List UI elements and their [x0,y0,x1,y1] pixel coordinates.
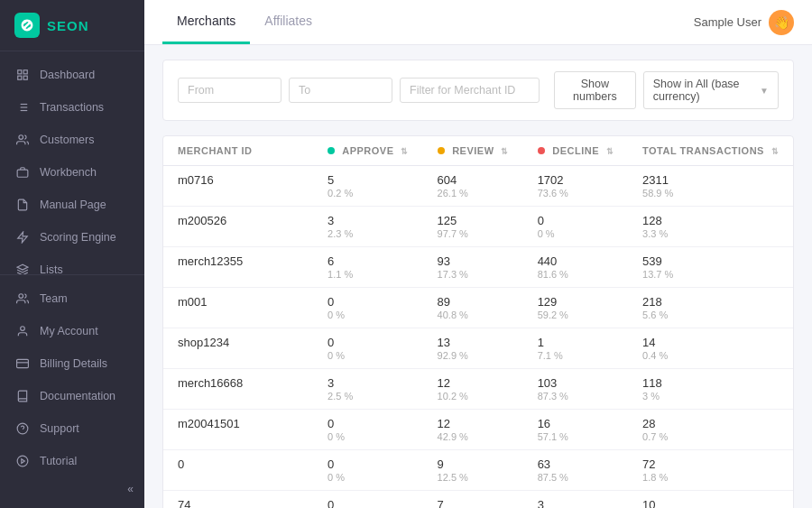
book-icon [14,388,31,404]
sidebar-item-manual-page[interactable]: Manual Page [0,189,144,221]
cell-approve: 0 0 % [313,328,423,369]
merchants-table-container: MERCHANT ID APPROVE ⇅ REVIEW ⇅ [162,135,794,508]
table-row[interactable]: m200526 3 2.3 % 125 97.7 % 0 0 % 128 3.3… [163,207,793,247]
cell-decline: 1 7.1 % [523,328,628,369]
sidebar-item-billing[interactable]: Billing Details [0,347,144,380]
cell-total: 539 13.7 % [628,247,793,288]
table-row[interactable]: merch12355 6 1.1 % 93 17.3 % 440 81.6 % … [163,247,793,288]
cell-total: 118 3 % [628,369,793,410]
cell-approve: 0 0 % [313,288,423,328]
table-body: m0716 5 0.2 % 604 26.1 % 1702 73.6 % 231… [163,166,793,509]
table-row[interactable]: m0716 5 0.2 % 604 26.1 % 1702 73.6 % 231… [163,166,793,207]
dropdown-arrow-icon: ▼ [760,86,769,96]
sidebar-item-workbench[interactable]: Workbench [0,156,144,189]
merchant-id-input[interactable] [400,78,540,103]
svg-rect-2 [18,76,22,79]
svg-rect-11 [17,170,28,177]
cell-review: 604 26.1 % [423,166,523,207]
sidebar-item-label: Tutorial [40,455,77,467]
cell-total: 218 5.6 % [628,288,793,328]
table-row[interactable]: m20041501 0 0 % 12 42.9 % 16 57.1 % 28 0… [163,410,793,450]
sidebar-item-label: My Account [40,325,98,337]
svg-point-16 [19,294,23,299]
sidebar-item-customers[interactable]: Customers [0,124,144,156]
cell-review: 93 17.3 % [423,247,523,288]
tab-affiliates[interactable]: Affiliates [250,0,327,44]
tab-merchants[interactable]: Merchants [162,0,250,44]
cell-decline: 129 59.2 % [523,288,628,328]
credit-card-icon [14,356,31,372]
cell-review: 125 97.7 % [423,207,523,247]
cell-approve: 0 0 % [313,410,423,450]
play-circle-icon [14,453,31,469]
to-input[interactable] [289,78,392,103]
cell-merchant-id: m0716 [163,166,313,207]
col-approve[interactable]: APPROVE ⇅ [313,136,423,166]
from-input[interactable] [178,78,281,103]
layers-icon [14,262,31,274]
table-row[interactable]: merch16668 3 2.5 % 12 10.2 % 103 87.3 % … [163,369,793,410]
sidebar-item-lists[interactable]: Lists [0,254,144,274]
cell-decline: 440 81.6 % [523,247,628,288]
users-icon [14,132,31,148]
sidebar-item-support[interactable]: Support [0,412,144,445]
svg-rect-18 [17,359,29,367]
zap-icon [14,229,31,245]
cell-approve: 5 0.2 % [313,166,423,207]
cell-approve: 6 1.1 % [313,247,423,288]
cell-approve: 3 2.3 % [313,207,423,247]
sidebar-item-label: Scoring Engine [40,231,116,244]
cell-merchant-id: 0 [163,450,313,491]
cell-merchant-id: shop1234 [163,328,313,369]
sidebar-item-scoring-engine[interactable]: Scoring Engine [0,221,144,254]
collapse-button[interactable]: « [127,483,134,495]
cell-decline: 0 0 % [523,207,628,247]
col-total[interactable]: TOTAL TRANSACTIONS ⇅ [628,136,793,166]
cell-total: 10 0.3 % [628,491,793,509]
cell-total: 72 1.8 % [628,450,793,491]
sidebar-item-dashboard[interactable]: Dashboard [0,59,144,91]
content-area: Show numbers Show in All (base currency)… [144,45,812,508]
merchants-table: MERCHANT ID APPROVE ⇅ REVIEW ⇅ [163,136,793,508]
approve-dot [328,147,335,154]
sidebar-bottom: Team My Account Billing Details Document… [0,274,144,508]
svg-point-10 [19,135,23,140]
table-row[interactable]: m001 0 0 % 89 40.8 % 129 59.2 % 218 5.6 … [163,288,793,328]
sort-decline-icon: ⇅ [606,147,614,156]
table-row[interactable]: 0 0 0 % 9 12.5 % 63 87.5 % 72 1.8 % [163,450,793,491]
topbar: Merchants Affiliates Sample User 👋 [144,0,812,45]
sidebar-item-label: Customers [40,134,94,146]
sidebar-item-my-account[interactable]: My Account [0,315,144,347]
table-row[interactable]: shop1234 0 0 % 13 92.9 % 1 7.1 % 14 0.4 … [163,328,793,369]
logo: SEON [0,0,144,51]
user-avatar: 👋 [769,10,794,35]
cell-decline: 103 87.3 % [523,369,628,410]
sidebar-item-team[interactable]: Team [0,282,144,315]
main-content: Merchants Affiliates Sample User 👋 Show … [144,0,812,508]
logo-icon [14,13,40,38]
grid-icon [14,67,31,83]
sidebar-item-label: Dashboard [40,69,95,81]
user-name: Sample User [694,15,761,29]
sidebar-item-documentation[interactable]: Documentation [0,380,144,412]
sidebar-item-label: Documentation [40,390,115,402]
table-head: MERCHANT ID APPROVE ⇅ REVIEW ⇅ [163,136,793,166]
sidebar-nav: Dashboard Transactions Customers Workben… [0,51,144,274]
cell-review: 89 40.8 % [423,288,523,328]
col-review[interactable]: REVIEW ⇅ [423,136,523,166]
review-dot [438,147,445,154]
sidebar-item-label: Billing Details [40,357,107,370]
cell-merchant-id: 74 [163,491,313,509]
sidebar-item-label: Workbench [40,166,97,179]
show-numbers-button[interactable]: Show numbers [554,71,636,109]
col-decline[interactable]: DECLINE ⇅ [523,136,628,166]
cell-merchant-id: m001 [163,288,313,328]
sidebar-item-transactions[interactable]: Transactions [0,91,144,124]
cell-approve: 0 0 % [313,450,423,491]
cell-review: 9 12.5 % [423,450,523,491]
table-row[interactable]: 74 0 0 % 7 70 % 3 30 % 10 0.3 % [163,491,793,509]
briefcase-icon [14,164,31,180]
currency-dropdown[interactable]: Show in All (base currency) ▼ [643,71,779,109]
cell-total: 14 0.4 % [628,328,793,369]
sidebar-item-tutorial[interactable]: Tutorial [0,445,144,477]
